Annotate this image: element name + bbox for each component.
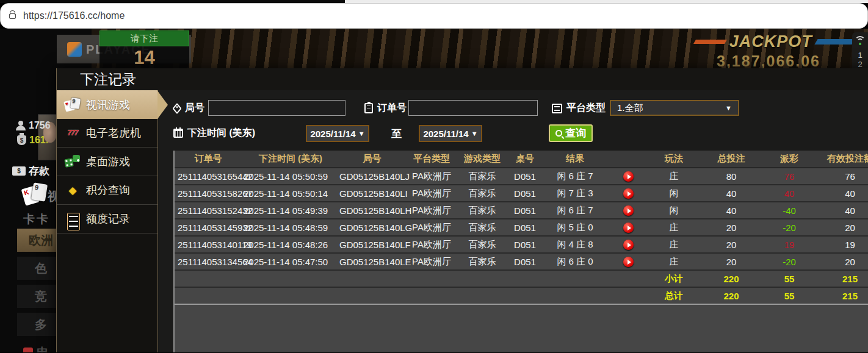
search-button[interactable]: 查询	[549, 124, 593, 142]
column-header: 派彩	[765, 153, 814, 165]
cell-game-type: 百家乐	[458, 171, 506, 182]
jackpot-value: 3,187,066.06	[717, 52, 853, 70]
cell-table-no: D051	[506, 240, 544, 250]
replay-play-icon[interactable]	[623, 205, 634, 216]
column-header: 结果	[544, 153, 606, 165]
cell-payout: 76	[765, 171, 814, 182]
sidebar-tab-label: 电子老虎机	[86, 126, 141, 140]
filter-bar: 局号 订单号 平台类型 1.全部 ▼	[158, 90, 868, 151]
date-to-picker[interactable]: 2025/11/14 ▼	[419, 125, 482, 142]
cell-payout: -40	[765, 205, 814, 216]
chevron-down-icon: ▼	[358, 130, 365, 137]
slot-777-icon: 777	[65, 126, 81, 140]
replay-play-icon[interactable]	[623, 171, 634, 182]
order-no-input[interactable]	[408, 100, 538, 116]
cell-result: 闲 7 庄 3	[544, 188, 606, 199]
table-row: 251114053134564 2025-11-14 05:47:50 GD05…	[175, 254, 868, 271]
cell-bet-time: 2025-11-14 05:48:26	[242, 240, 339, 250]
date-from-picker[interactable]: 2025/11/14 ▼	[306, 125, 369, 142]
calendar-icon	[173, 129, 183, 138]
total-label: 总计	[650, 290, 698, 302]
column-header: 下注时间 (美东)	[242, 153, 339, 165]
cell-total-bet: 40	[698, 205, 765, 216]
column-header: 游戏类型	[458, 153, 506, 165]
game-page: PLAYACE 请下注 14 JACKPOT 3,187,066.06 1 2 …	[0, 29, 868, 352]
browser-url-bar[interactable]: https://175616.cc/home	[0, 3, 868, 29]
jackpot-widget: JACKPOT 3,187,066.06	[695, 32, 853, 70]
platform-selected-value: 1.全部	[617, 102, 643, 114]
platform-select[interactable]: 1.全部 ▼	[610, 100, 739, 116]
sidebar-tab-label: 额度记录	[86, 212, 130, 226]
sidebar-tab[interactable]: 777 电子老虎机	[57, 119, 157, 148]
table-row: 251114053140119 2025-11-14 05:48:26 GD05…	[175, 237, 868, 254]
cell-valid-bet: 20	[814, 257, 868, 267]
cell-round-no: GD05125B140LG	[339, 223, 405, 233]
cell-valid-bet: 40	[814, 188, 868, 199]
cell-platform: PA欧洲厅	[405, 205, 458, 216]
bet-record-modal: 下注记录 视讯游戏 777 电子老虎机 桌面游戏	[56, 68, 868, 352]
cell-game-type: 百家乐	[458, 256, 506, 268]
cell-game-type: 百家乐	[458, 222, 506, 234]
replay-play-icon[interactable]	[623, 240, 634, 250]
cell-total-bet: 20	[698, 223, 765, 233]
replay-play-icon[interactable]	[623, 223, 634, 233]
points-gem-icon: ◆	[65, 183, 81, 198]
lobby-nav-label: 电	[37, 344, 49, 353]
subtotal-payout: 55	[765, 274, 814, 284]
column-header: 桌号	[506, 153, 544, 165]
card-games-label: 卡卡	[23, 212, 50, 227]
cell-play-type: 庄	[650, 222, 698, 234]
platform-list-icon	[552, 104, 562, 113]
order-no-label: 订单号	[377, 102, 407, 115]
order-clipboard-icon	[364, 103, 373, 113]
replay-play-icon[interactable]	[623, 257, 634, 267]
sidebar-tab[interactable]: ◆ 积分查询	[57, 176, 157, 205]
video-games-cards-icon	[22, 182, 46, 208]
sidebar-tab[interactable]: 额度记录	[57, 205, 157, 234]
balance-value: 161.	[29, 135, 48, 146]
deposit-button: $ 存款	[12, 164, 49, 178]
subtotal-label: 小计	[650, 273, 698, 285]
user-icon	[16, 121, 26, 130]
cell-round-no: GD05125B140LJ	[339, 171, 405, 182]
lobby-nav-label: 竞	[35, 288, 47, 305]
cell-total-bet: 20	[698, 257, 765, 267]
balance-row: $ 161.	[17, 135, 48, 146]
sidebar-tab-label: 视讯游戏	[86, 98, 130, 112]
column-header: 总投注	[698, 153, 765, 165]
cell-table-no: D051	[506, 171, 544, 182]
cell-table-no: D051	[506, 257, 544, 267]
sidebar-tab-label: 桌面游戏	[86, 154, 130, 169]
cell-play-type: 庄	[650, 256, 698, 268]
cell-payout: -20	[765, 257, 814, 267]
cell-bet-time: 2025-11-14 05:47:50	[242, 257, 339, 267]
cell-result: 闲 6 庄 7	[544, 205, 606, 216]
cell-platform: PA欧洲厅	[405, 222, 458, 234]
lock-icon	[9, 13, 16, 19]
cell-play-type: 庄	[650, 239, 698, 251]
cell-result: 闲 5 庄 0	[544, 222, 606, 234]
sidebar-tab[interactable]: 视讯游戏	[57, 90, 157, 119]
rank-number: 1	[858, 51, 862, 60]
cell-platform: PA欧洲厅	[405, 239, 458, 251]
bet-record-table: 订单号 下注时间 (美东) 局号 平台类型 游戏类型 桌号 结果	[173, 151, 868, 352]
jackpot-left-dash	[693, 40, 727, 44]
column-header: 玩法	[650, 153, 698, 165]
cell-payout: 19	[765, 240, 814, 250]
round-no-input[interactable]	[208, 100, 345, 116]
cell-table-no: D051	[506, 223, 544, 233]
cell-platform: PA欧洲厅	[405, 256, 458, 268]
replay-play-icon[interactable]	[623, 188, 634, 199]
lobby-nav-label: 色	[35, 260, 47, 277]
total-total-bet: 220	[698, 291, 765, 301]
sidebar-tab[interactable]: 桌面游戏	[57, 148, 157, 176]
cell-total-bet: 40	[698, 188, 765, 199]
platform-label: 平台类型	[566, 102, 606, 115]
cell-platform: PA欧洲厅	[405, 188, 458, 199]
cell-bet-time: 2025-11-14 05:50:14	[242, 188, 339, 199]
user-id: 1756	[29, 120, 51, 131]
total-row: 总计 220 55 215	[175, 288, 868, 305]
cell-valid-bet: 20	[814, 223, 868, 233]
chevron-down-icon: ▼	[471, 130, 478, 137]
table-row: 251114053158267 2025-11-14 05:50:14 GD05…	[175, 185, 868, 202]
